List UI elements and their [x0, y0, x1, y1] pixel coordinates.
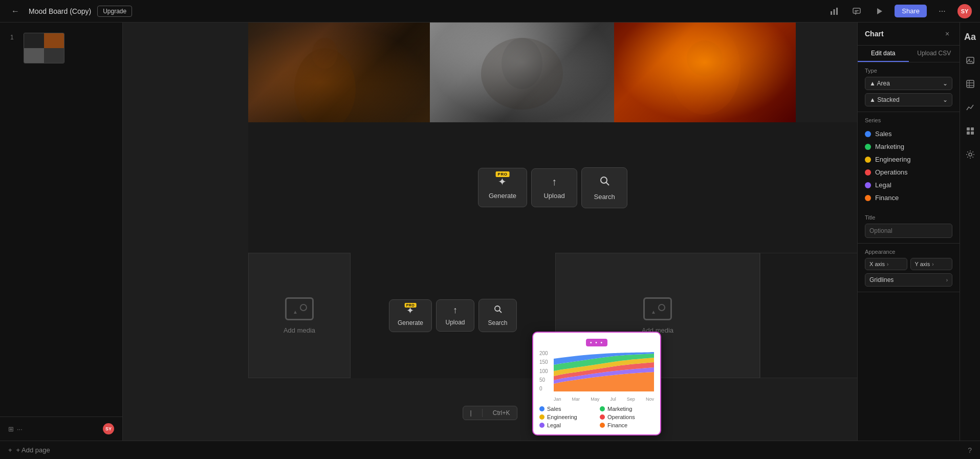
media-icon-left [285, 297, 314, 320]
x-axis-button[interactable]: X axis › [865, 258, 907, 270]
table-icon[interactable] [962, 76, 978, 92]
topbar-left: ← Mood Board (Copy) Upgrade [8, 4, 132, 18]
gridlines-label: Gridlines [869, 276, 894, 283]
stacked-select[interactable]: ▲ Stacked ⌄ [865, 93, 952, 106]
generate-button-main[interactable]: PRO ✦ Generate [478, 168, 527, 207]
series-item-engineering[interactable]: Engineering [865, 153, 952, 166]
apps-icon[interactable] [962, 123, 978, 139]
series-item-sales[interactable]: Sales [865, 127, 952, 140]
svg-line-16 [499, 311, 502, 313]
svg-rect-25 [967, 132, 970, 135]
chart-svg [554, 351, 654, 391]
series-name-engineering: Engineering [875, 156, 910, 163]
present-icon[interactable] [872, 4, 886, 18]
y-axis-label: Y axis [915, 261, 930, 267]
add-page-label: + Add page [16, 446, 50, 454]
x-label-jan: Jan [554, 397, 561, 402]
legend-dot-engineering [539, 414, 545, 420]
canvas-image-1 [248, 23, 430, 122]
panel-type-section: Type ▲ Area ⌄ ▲ Stacked ⌄ [858, 62, 960, 112]
page-number: 1 [10, 34, 18, 41]
page-thumbnail-1[interactable]: 1 [10, 33, 112, 63]
search-icon-sm [493, 304, 503, 316]
text-icon[interactable]: Aa [962, 29, 978, 45]
series-item-marketing[interactable]: Marketing [865, 140, 952, 153]
svg-marker-6 [877, 8, 882, 14]
chart-x-labels: Jan Mar May Jul Sep Nov [554, 397, 654, 402]
add-page-bar[interactable]: + + Add page ? [0, 441, 980, 459]
x-label-sep: Sep [627, 397, 635, 402]
settings-icon[interactable] [962, 146, 978, 163]
series-item-legal[interactable]: Legal [865, 179, 952, 191]
panel-close-button[interactable]: × [942, 29, 952, 39]
series-name-sales: Sales [875, 130, 892, 138]
upload-label-sm: Upload [446, 319, 465, 326]
upload-button-main[interactable]: ↑ Upload [531, 168, 577, 207]
chart-popup-handle[interactable]: • • • [539, 339, 654, 346]
share-button[interactable]: Share [895, 5, 927, 17]
upload-button-bottom[interactable]: ↑ Upload [436, 299, 474, 332]
title-section: Title [858, 209, 960, 244]
y-label-100: 100 [539, 368, 554, 374]
chevron-down-icon: ⌄ [943, 80, 948, 87]
svg-point-27 [969, 153, 972, 156]
series-label: Series [865, 117, 952, 123]
tab-upload-csv[interactable]: Upload CSV [909, 46, 960, 62]
right-icon-strip: Aa [960, 23, 980, 441]
svg-point-7 [294, 48, 356, 122]
shortcut-bar: | Ctrl+K [463, 406, 518, 420]
comment-icon[interactable] [850, 4, 864, 18]
series-item-finance[interactable]: Finance [865, 191, 952, 204]
generate-button-bottom[interactable]: PRO ✦ Generate [389, 299, 432, 332]
chart-icon[interactable] [962, 99, 978, 116]
svg-rect-23 [967, 127, 970, 130]
canvas-image-3 [614, 23, 796, 122]
thumb-image [24, 33, 64, 63]
main-layout: 1 ⊞ ··· SY [0, 23, 980, 441]
y-label-150: 150 [539, 359, 554, 365]
sidebar-small-icon: ··· [17, 425, 23, 433]
legend-dot-operations [600, 414, 605, 420]
series-name-marketing: Marketing [875, 143, 904, 150]
legend-legal: Legal [539, 422, 594, 428]
chevron-down-icon-2: ⌄ [943, 96, 948, 103]
title-input[interactable] [865, 224, 952, 238]
back-button[interactable]: ← [8, 4, 23, 18]
add-page-icon: + [8, 446, 12, 454]
legend-label-finance: Finance [607, 422, 627, 428]
type-select-area[interactable]: ▲ Area ⌄ [865, 77, 952, 90]
bar-chart-icon[interactable] [827, 4, 841, 18]
gridlines-select[interactable]: Gridlines › [865, 273, 952, 287]
left-sidebar: 1 ⊞ ··· SY [0, 23, 123, 441]
shortcut-divider [482, 409, 483, 417]
search-button-main[interactable]: Search [581, 167, 627, 208]
chart-handle: • • • [586, 339, 607, 346]
svg-rect-24 [971, 127, 974, 130]
canvas-image-2 [430, 23, 614, 122]
search-label-sm: Search [488, 319, 508, 326]
shortcut-key: Ctrl+K [493, 409, 510, 417]
search-icon [599, 175, 610, 189]
tab-edit-data[interactable]: Edit data [858, 46, 909, 62]
search-button-bottom[interactable]: Search [478, 299, 517, 332]
y-label-0: 0 [539, 386, 554, 391]
image-icon[interactable] [962, 52, 978, 69]
upgrade-button[interactable]: Upgrade [97, 6, 132, 17]
type-label: Type [865, 68, 952, 74]
svg-rect-19 [967, 80, 974, 88]
more-options-icon[interactable]: ··· [935, 4, 949, 18]
help-icon[interactable]: ? [968, 446, 972, 454]
y-axis-button[interactable]: Y axis › [910, 258, 953, 270]
y-label-200: 200 [539, 351, 554, 356]
pro-badge-sm: PRO [405, 303, 417, 308]
svg-rect-2 [836, 8, 838, 15]
panel-title: Chart [865, 30, 884, 38]
topbar: ← Mood Board (Copy) Upgrade Share [0, 0, 980, 23]
legend-dot-marketing [600, 406, 605, 411]
legend-label-engineering: Engineering [547, 414, 577, 420]
legend-sales: Sales [539, 406, 594, 412]
user-indicator: SY [103, 423, 114, 434]
series-item-operations[interactable]: Operations [865, 166, 952, 179]
svg-rect-0 [831, 11, 832, 15]
legend-operations: Operations [600, 414, 654, 420]
